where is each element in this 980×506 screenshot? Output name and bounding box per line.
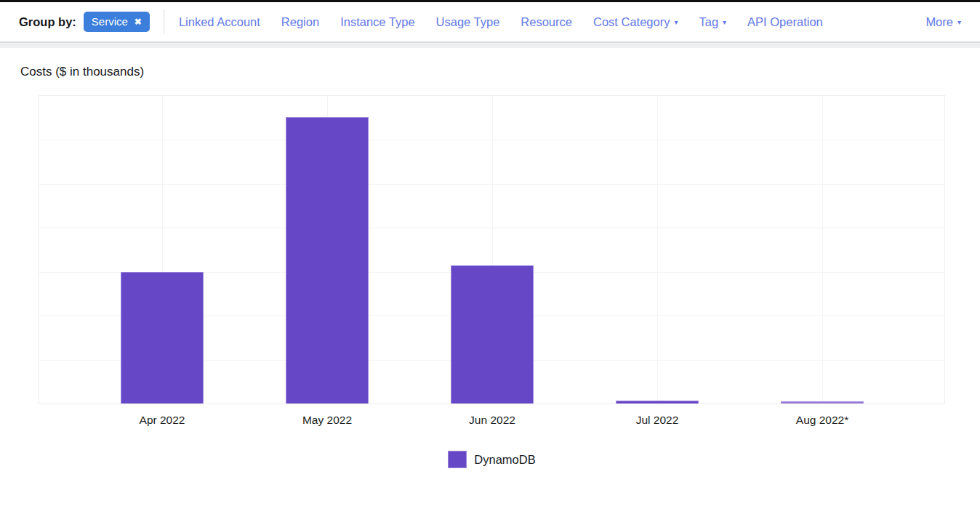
bar-apr-2022[interactable]	[121, 272, 204, 403]
costs-chart: Costs ($ in thousands) Apr 2022May 2022J…	[0, 65, 980, 468]
toolbar-link-label: Region	[281, 15, 319, 28]
toolbar-link-resource[interactable]: Resource	[521, 15, 572, 29]
group-by-links: Linked AccountRegionInstance TypeUsage T…	[179, 15, 823, 29]
more-link-label: More	[925, 15, 953, 28]
toolbar-link-label: API Operation	[747, 15, 823, 28]
cost-explorer-page: Group by: Service ✖ Linked AccountRegion…	[0, 0, 980, 506]
toolbar-link-usage-type[interactable]: Usage Type	[436, 15, 500, 29]
toolbar-link-label: Usage Type	[436, 15, 500, 28]
toolbar-bottom-divider	[0, 41, 980, 48]
legend-swatch-dynamodb	[448, 451, 467, 468]
toolbar-link-instance-type[interactable]: Instance Type	[340, 15, 414, 29]
toolbar-link-linked-account[interactable]: Linked Account	[179, 15, 260, 29]
toolbar-link-more[interactable]: More▾	[925, 15, 961, 29]
bar-chart-plot-area	[39, 95, 945, 404]
bar-may-2022[interactable]	[286, 117, 369, 403]
x-tick-label-jun-2022: Jun 2022	[469, 414, 515, 427]
x-axis-labels: Apr 2022May 2022Jun 2022Jul 2022Aug 2022…	[39, 414, 945, 428]
toolbar-link-label: Resource	[521, 15, 572, 28]
legend-label-dynamodb: DynamoDB	[474, 453, 535, 467]
chevron-down-icon: ▾	[957, 18, 961, 26]
group-by-chip-service[interactable]: Service ✖	[84, 12, 150, 32]
chart-legend: DynamoDB	[39, 451, 945, 468]
chip-remove-icon[interactable]: ✖	[134, 17, 142, 26]
vertical-gridline	[657, 96, 658, 403]
toolbar-link-label: Tag	[699, 15, 718, 28]
toolbar-link-label: Linked Account	[179, 15, 260, 28]
toolbar-link-tag[interactable]: Tag▾	[699, 15, 726, 29]
toolbar-link-region[interactable]: Region	[281, 15, 319, 29]
toolbar-link-label: Instance Type	[340, 15, 414, 28]
chevron-down-icon: ▾	[723, 18, 726, 26]
group-by-label: Group by:	[19, 15, 76, 29]
x-tick-label-jul-2022: Jul 2022	[636, 414, 679, 427]
bar-jun-2022[interactable]	[451, 265, 534, 403]
x-tick-label-aug-2022: Aug 2022*	[796, 414, 848, 427]
group-by-toolbar: Group by: Service ✖ Linked AccountRegion…	[0, 2, 980, 41]
vertical-gridline	[822, 96, 823, 403]
x-tick-label-apr-2022: Apr 2022	[140, 414, 185, 427]
bar-jul-2022[interactable]	[616, 401, 699, 403]
toolbar-divider	[164, 9, 164, 34]
bar-aug-2022[interactable]	[781, 401, 864, 403]
chevron-down-icon: ▾	[674, 18, 678, 26]
x-tick-label-may-2022: May 2022	[302, 414, 352, 427]
toolbar-link-label: Cost Category	[593, 15, 670, 28]
toolbar-link-cost-category[interactable]: Cost Category▾	[593, 15, 678, 29]
chip-label: Service	[92, 15, 128, 28]
chart-title: Costs ($ in thousands)	[20, 65, 980, 79]
toolbar-link-api-operation[interactable]: API Operation	[747, 15, 823, 29]
